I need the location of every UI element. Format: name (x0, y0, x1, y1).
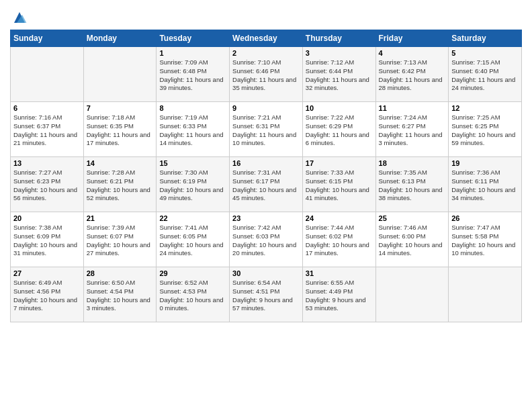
day-number: 10 (306, 104, 373, 112)
day-info: Sunrise: 7:47 AM Sunset: 5:58 PM Dayligh… (451, 224, 519, 258)
day-info: Sunrise: 7:21 AM Sunset: 6:31 PM Dayligh… (232, 113, 300, 148)
day-number: 6 (13, 104, 81, 112)
day-number: 19 (451, 159, 519, 167)
day-number: 7 (87, 104, 154, 112)
day-info: Sunrise: 7:27 AM Sunset: 6:23 PM Dayligh… (13, 169, 81, 203)
day-info: Sunrise: 7:46 AM Sunset: 6:00 PM Dayligh… (379, 224, 446, 258)
day-number: 13 (13, 159, 81, 167)
day-number: 16 (232, 159, 300, 167)
day-info: Sunrise: 7:15 AM Sunset: 6:40 PM Dayligh… (451, 58, 519, 93)
day-info: Sunrise: 7:25 AM Sunset: 6:25 PM Dayligh… (451, 113, 519, 148)
calendar-cell: 16Sunrise: 7:31 AM Sunset: 6:17 PM Dayli… (230, 157, 303, 212)
header-row: Sunday Monday Tuesday Wednesday Thursday… (11, 30, 522, 47)
col-wednesday: Wednesday (230, 30, 303, 47)
calendar-cell: 24Sunrise: 7:44 AM Sunset: 6:02 PM Dayli… (302, 212, 375, 267)
calendar-cell: 19Sunrise: 7:36 AM Sunset: 6:11 PM Dayli… (449, 157, 522, 212)
day-info: Sunrise: 6:55 AM Sunset: 4:49 PM Dayligh… (306, 279, 373, 313)
day-info: Sunrise: 7:28 AM Sunset: 6:21 PM Dayligh… (87, 169, 154, 203)
day-info: Sunrise: 6:49 AM Sunset: 4:56 PM Dayligh… (13, 279, 81, 313)
day-number: 2 (232, 49, 300, 57)
day-info: Sunrise: 7:38 AM Sunset: 6:09 PM Dayligh… (13, 224, 81, 258)
day-number: 23 (232, 214, 300, 222)
day-info: Sunrise: 6:52 AM Sunset: 4:53 PM Dayligh… (159, 279, 226, 313)
day-number: 18 (379, 159, 446, 167)
day-number: 31 (306, 269, 373, 277)
calendar-cell: 1Sunrise: 7:09 AM Sunset: 6:48 PM Daylig… (157, 47, 230, 102)
day-info: Sunrise: 7:31 AM Sunset: 6:17 PM Dayligh… (232, 169, 300, 203)
calendar-cell: 11Sunrise: 7:24 AM Sunset: 6:27 PM Dayli… (375, 102, 449, 157)
col-sunday: Sunday (11, 30, 84, 47)
calendar-cell: 2Sunrise: 7:10 AM Sunset: 6:46 PM Daylig… (230, 47, 303, 102)
day-info: Sunrise: 7:39 AM Sunset: 6:07 PM Dayligh… (87, 224, 154, 258)
header (10, 7, 522, 26)
day-info: Sunrise: 7:12 AM Sunset: 6:44 PM Dayligh… (306, 58, 373, 93)
calendar-cell: 21Sunrise: 7:39 AM Sunset: 6:07 PM Dayli… (83, 212, 157, 267)
calendar-body: 1Sunrise: 7:09 AM Sunset: 6:48 PM Daylig… (11, 47, 522, 322)
day-number: 14 (87, 159, 154, 167)
calendar-cell: 31Sunrise: 6:55 AM Sunset: 4:49 PM Dayli… (302, 267, 375, 322)
day-info: Sunrise: 7:44 AM Sunset: 6:02 PM Dayligh… (306, 224, 373, 258)
col-thursday: Thursday (302, 30, 375, 47)
calendar-cell (375, 267, 449, 322)
logo (10, 9, 28, 26)
day-info: Sunrise: 7:22 AM Sunset: 6:29 PM Dayligh… (306, 113, 373, 148)
calendar-cell: 6Sunrise: 7:16 AM Sunset: 6:37 PM Daylig… (11, 102, 84, 157)
day-number: 25 (379, 214, 446, 222)
day-number: 27 (13, 269, 81, 277)
calendar-cell: 4Sunrise: 7:13 AM Sunset: 6:42 PM Daylig… (375, 47, 449, 102)
day-number: 8 (159, 104, 226, 112)
col-tuesday: Tuesday (157, 30, 230, 47)
calendar-cell (449, 267, 522, 322)
calendar-container: Sunday Monday Tuesday Wednesday Thursday… (0, 0, 532, 329)
calendar-cell: 28Sunrise: 6:50 AM Sunset: 4:54 PM Dayli… (83, 267, 157, 322)
day-info: Sunrise: 7:41 AM Sunset: 6:05 PM Dayligh… (159, 224, 226, 258)
calendar-week-3: 13Sunrise: 7:27 AM Sunset: 6:23 PM Dayli… (11, 157, 522, 212)
day-info: Sunrise: 7:36 AM Sunset: 6:11 PM Dayligh… (451, 169, 519, 203)
day-info: Sunrise: 7:13 AM Sunset: 6:42 PM Dayligh… (379, 58, 446, 93)
calendar-cell: 18Sunrise: 7:35 AM Sunset: 6:13 PM Dayli… (375, 157, 449, 212)
calendar-cell (83, 47, 157, 102)
day-info: Sunrise: 7:09 AM Sunset: 6:48 PM Dayligh… (159, 58, 226, 93)
calendar-cell: 13Sunrise: 7:27 AM Sunset: 6:23 PM Dayli… (11, 157, 84, 212)
calendar-cell: 9Sunrise: 7:21 AM Sunset: 6:31 PM Daylig… (230, 102, 303, 157)
day-info: Sunrise: 6:50 AM Sunset: 4:54 PM Dayligh… (87, 279, 154, 313)
calendar-week-4: 20Sunrise: 7:38 AM Sunset: 6:09 PM Dayli… (11, 212, 522, 267)
day-number: 22 (159, 214, 226, 222)
calendar-week-1: 1Sunrise: 7:09 AM Sunset: 6:48 PM Daylig… (11, 47, 522, 102)
day-number: 30 (232, 269, 300, 277)
day-info: Sunrise: 7:16 AM Sunset: 6:37 PM Dayligh… (13, 113, 81, 148)
calendar-header: Sunday Monday Tuesday Wednesday Thursday… (11, 30, 522, 47)
calendar-week-5: 27Sunrise: 6:49 AM Sunset: 4:56 PM Dayli… (11, 267, 522, 322)
day-info: Sunrise: 7:35 AM Sunset: 6:13 PM Dayligh… (379, 169, 446, 203)
col-saturday: Saturday (449, 30, 522, 47)
day-number: 29 (159, 269, 226, 277)
day-info: Sunrise: 7:19 AM Sunset: 6:33 PM Dayligh… (159, 113, 226, 148)
day-number: 1 (159, 49, 226, 57)
day-info: Sunrise: 7:30 AM Sunset: 6:19 PM Dayligh… (159, 169, 226, 203)
day-info: Sunrise: 6:54 AM Sunset: 4:51 PM Dayligh… (232, 279, 300, 313)
day-number: 20 (13, 214, 81, 222)
day-number: 3 (306, 49, 373, 57)
calendar-cell: 30Sunrise: 6:54 AM Sunset: 4:51 PM Dayli… (230, 267, 303, 322)
day-number: 17 (306, 159, 373, 167)
day-number: 28 (87, 269, 154, 277)
calendar-cell: 25Sunrise: 7:46 AM Sunset: 6:00 PM Dayli… (375, 212, 449, 267)
calendar-cell: 8Sunrise: 7:19 AM Sunset: 6:33 PM Daylig… (157, 102, 230, 157)
calendar-cell: 26Sunrise: 7:47 AM Sunset: 5:58 PM Dayli… (449, 212, 522, 267)
day-number: 11 (379, 104, 446, 112)
calendar-table: Sunday Monday Tuesday Wednesday Thursday… (10, 30, 522, 322)
calendar-cell: 20Sunrise: 7:38 AM Sunset: 6:09 PM Dayli… (11, 212, 84, 267)
col-monday: Monday (83, 30, 157, 47)
day-number: 15 (159, 159, 226, 167)
day-number: 12 (451, 104, 519, 112)
calendar-cell: 7Sunrise: 7:18 AM Sunset: 6:35 PM Daylig… (83, 102, 157, 157)
day-info: Sunrise: 7:18 AM Sunset: 6:35 PM Dayligh… (87, 113, 154, 148)
calendar-cell (11, 47, 84, 102)
calendar-cell: 12Sunrise: 7:25 AM Sunset: 6:25 PM Dayli… (449, 102, 522, 157)
day-number: 21 (87, 214, 154, 222)
calendar-cell: 22Sunrise: 7:41 AM Sunset: 6:05 PM Dayli… (157, 212, 230, 267)
calendar-cell: 5Sunrise: 7:15 AM Sunset: 6:40 PM Daylig… (449, 47, 522, 102)
day-info: Sunrise: 7:24 AM Sunset: 6:27 PM Dayligh… (379, 113, 446, 148)
day-info: Sunrise: 7:42 AM Sunset: 6:03 PM Dayligh… (232, 224, 300, 258)
calendar-cell: 14Sunrise: 7:28 AM Sunset: 6:21 PM Dayli… (83, 157, 157, 212)
